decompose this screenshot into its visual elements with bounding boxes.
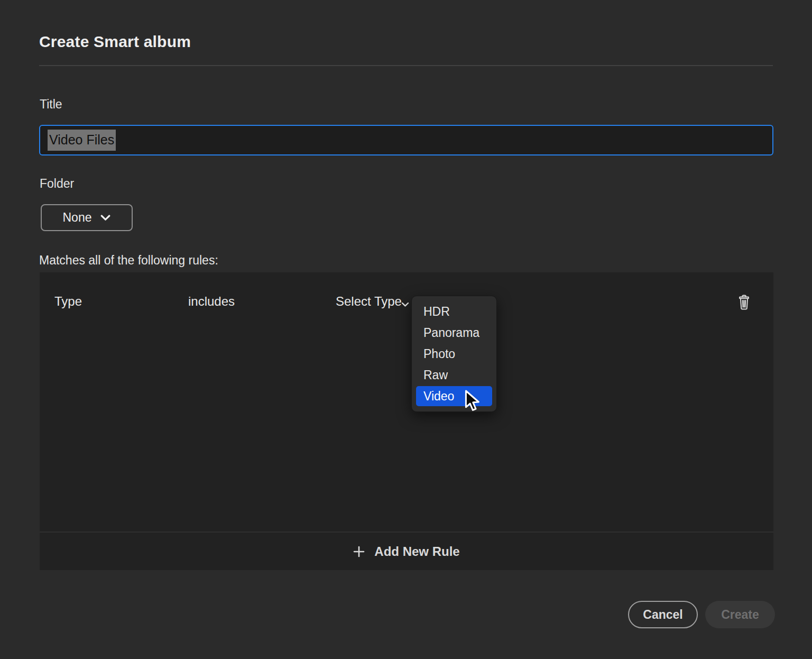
folder-field-label: Folder [40,177,74,191]
rule-field-dropdown[interactable]: Type [54,294,82,309]
rules-heading: Matches all of the following rules: [39,253,218,268]
delete-rule-button[interactable] [737,294,752,310]
chevron-down-icon [100,215,110,221]
menu-item-video[interactable]: Video [416,386,492,406]
folder-dropdown-value: None [63,210,92,225]
create-button[interactable]: Create [705,601,775,628]
rule-value-dropdown[interactable]: Select Type [336,294,402,309]
menu-item-raw[interactable]: Raw [412,364,496,386]
page-title: Create Smart album [39,33,191,51]
title-input[interactable]: Video Files [39,125,773,155]
title-field-label: Title [40,97,62,112]
folder-dropdown-button[interactable]: None [41,204,133,231]
menu-item-photo[interactable]: Photo [412,343,496,364]
title-divider [39,65,773,66]
chevron-down-icon [401,300,409,309]
type-dropdown-menu: HDR Panorama Photo Raw Video [411,296,497,412]
cancel-button[interactable]: Cancel [628,601,698,628]
add-new-rule-label: Add New Rule [374,544,459,559]
rule-operator-dropdown[interactable]: includes [188,294,235,309]
plus-icon [353,546,365,557]
add-new-rule-button[interactable]: Add New Rule [40,533,773,570]
menu-item-panorama[interactable]: Panorama [412,322,496,343]
title-input-selected-text: Video Files [48,130,116,151]
rules-panel: Type includes Select Type Add New Rul [40,272,773,570]
menu-item-hdr[interactable]: HDR [412,301,496,322]
trash-icon [737,295,752,310]
